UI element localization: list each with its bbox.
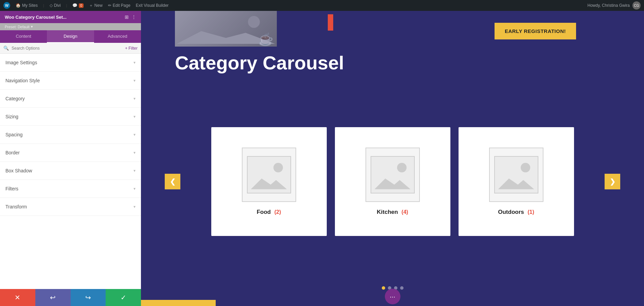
carousel-title: Category Carousel: [175, 52, 344, 74]
settings-list: Image Settings ▾ Navigation Style ▾ Cate…: [0, 54, 141, 289]
exit-visual-builder-link[interactable]: Exit Visual Builder: [136, 3, 169, 8]
save-button[interactable]: ✓: [106, 289, 141, 306]
settings-item-transform[interactable]: Transform ▾: [0, 198, 141, 216]
comment-badge: 0: [79, 3, 84, 8]
chevron-down-icon: ▾: [31, 24, 33, 29]
settings-item-transform-label: Transform: [5, 204, 27, 209]
chevron-right-icon-navigation: ▾: [133, 78, 136, 83]
edit-page-link[interactable]: ✏ Edit Page: [108, 3, 130, 8]
hero-image: ☕: [175, 11, 277, 47]
avatar[interactable]: CG: [632, 1, 641, 10]
comment-icon: 💬: [72, 3, 77, 8]
grid-icon[interactable]: ⊞: [125, 14, 129, 20]
chevron-right-icon-sizing: ▾: [133, 114, 136, 119]
admin-bar: W 🏠 My Sites | ◇ Divi | 💬 0 ＋ New ✏ Edit…: [0, 0, 644, 11]
card-label-kitchen: Kitchen (4): [377, 209, 408, 216]
more-options-button[interactable]: ···: [385, 289, 400, 304]
settings-item-border[interactable]: Border ▾: [0, 144, 141, 162]
carousel-next-button[interactable]: ❯: [605, 174, 620, 189]
left-panel: Woo Category Carousel Set... ⊞ ⋮ Preset:…: [0, 11, 141, 306]
card-image-kitchen: [365, 148, 420, 202]
category-card-kitchen[interactable]: Kitchen (4): [335, 127, 450, 236]
tab-design[interactable]: Design: [47, 30, 94, 43]
hero-image-inner: ☕: [175, 11, 277, 47]
card-image-mountain-outdoors: [498, 174, 534, 189]
undo-button[interactable]: ↩: [35, 289, 71, 306]
plus-icon: ＋: [89, 3, 93, 8]
category-card-outdoors[interactable]: Outdoors (1): [459, 127, 574, 236]
canvas: ☕ EARLY REGISTRATION! Category Carousel …: [141, 11, 644, 306]
separator: |: [43, 4, 44, 7]
card-image-inner-food: [247, 156, 291, 193]
card-image-inner-kitchen: [371, 156, 415, 193]
settings-item-category[interactable]: Category ▾: [0, 90, 141, 108]
card-image-circle-kitchen: [397, 163, 407, 172]
panel-tabs: Content Design Advanced: [0, 30, 141, 43]
search-bar: 🔍 + Filter: [0, 43, 141, 54]
dot-1[interactable]: [382, 286, 385, 290]
filter-button[interactable]: + Filter: [125, 46, 138, 51]
card-image-outdoors: [489, 148, 543, 202]
settings-item-border-label: Border: [5, 150, 20, 155]
my-sites-link[interactable]: 🏠 My Sites: [16, 3, 38, 8]
settings-item-filters[interactable]: Filters ▾: [0, 180, 141, 198]
chevron-right-icon-filters: ▾: [133, 186, 136, 191]
yellow-stripe-decoration: [141, 300, 216, 306]
tab-advanced[interactable]: Advanced: [94, 30, 141, 43]
chevron-right-icon-category: ▾: [133, 96, 136, 101]
divi-link[interactable]: ◇ Divi: [50, 3, 61, 8]
bottom-bar: ✕ ↩ ↪ ✓: [0, 289, 141, 306]
redo-button[interactable]: ↪: [71, 289, 106, 306]
tab-content[interactable]: Content: [0, 30, 47, 43]
chevron-right-icon-image: ▾: [133, 60, 136, 65]
carousel-cards: Food (2) Kitchen (4): [165, 127, 620, 236]
card-image-mountain-food: [251, 174, 287, 189]
card-image-food: [242, 148, 296, 202]
settings-item-sizing[interactable]: Sizing ▾: [0, 108, 141, 126]
card-image-circle-food: [273, 163, 283, 172]
search-icon: 🔍: [3, 46, 9, 51]
divi-icon: ◇: [50, 3, 53, 8]
howdy-text: Howdy, Christina Gwira: [588, 3, 630, 8]
card-image-mountain-kitchen: [375, 174, 411, 189]
hero-accent-dot: [328, 14, 333, 31]
admin-bar-right: Howdy, Christina Gwira CG: [588, 1, 641, 10]
settings-item-boxshadow[interactable]: Box Shadow ▾: [0, 162, 141, 180]
settings-item-image-label: Image Settings: [5, 60, 37, 65]
panel-title: Woo Category Carousel Set...: [5, 15, 67, 20]
settings-item-category-label: Category: [5, 96, 25, 101]
card-label-outdoors: Outdoors (1): [498, 209, 534, 216]
early-registration-button[interactable]: EARLY REGISTRATION!: [495, 23, 576, 39]
wp-icon[interactable]: W: [3, 2, 10, 9]
panel-preset[interactable]: Preset: Default ▾: [0, 23, 141, 30]
settings-item-navigation[interactable]: Navigation Style ▾: [0, 72, 141, 90]
chevron-right-icon-transform: ▾: [133, 204, 136, 209]
filter-icon: +: [125, 46, 127, 51]
panel-header-icons: ⊞ ⋮: [125, 14, 136, 20]
settings-item-image[interactable]: Image Settings ▾: [0, 54, 141, 72]
chevron-right-icon-boxshadow: ▾: [133, 168, 136, 173]
kebab-menu-icon[interactable]: ⋮: [131, 14, 136, 20]
chevron-right-icon-spacing: ▾: [133, 132, 136, 137]
card-image-inner-outdoors: [494, 156, 538, 193]
separator2: |: [66, 4, 67, 7]
settings-item-navigation-label: Navigation Style: [5, 78, 40, 83]
carousel-prev-button[interactable]: ❮: [165, 174, 180, 189]
settings-item-spacing-label: Spacing: [5, 132, 23, 137]
chevron-right-icon-border: ▾: [133, 150, 136, 155]
category-card-food[interactable]: Food (2): [211, 127, 327, 236]
dot-4[interactable]: [400, 286, 404, 290]
settings-item-boxshadow-label: Box Shadow: [5, 168, 32, 173]
card-image-circle-outdoors: [521, 163, 530, 172]
search-input[interactable]: [12, 46, 122, 51]
carousel-section: ❮ Food (2): [141, 84, 644, 279]
comment-link[interactable]: 💬 0: [72, 3, 84, 8]
pencil-icon: ✏: [108, 3, 111, 8]
cancel-button[interactable]: ✕: [0, 289, 35, 306]
home-icon: 🏠: [16, 3, 21, 8]
new-link[interactable]: ＋ New: [89, 3, 103, 8]
settings-item-spacing[interactable]: Spacing ▾: [0, 126, 141, 144]
card-label-food: Food (2): [257, 209, 281, 216]
panel-header: Woo Category Carousel Set... ⊞ ⋮: [0, 11, 141, 23]
settings-item-filters-label: Filters: [5, 186, 18, 191]
